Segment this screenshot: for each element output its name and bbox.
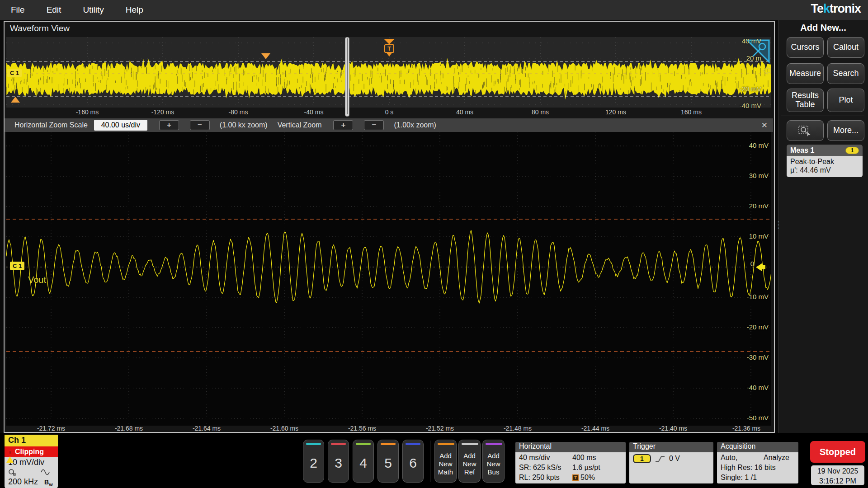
zoom-select-button[interactable]	[787, 120, 824, 141]
acquisition-title: Acquisition	[717, 442, 798, 452]
add-results-table-button[interactable]: Results Table	[787, 89, 824, 112]
h-zoom-minus-button[interactable]: −	[190, 120, 210, 130]
main-channel-badge[interactable]: C 1	[10, 262, 24, 270]
add-new-ref-button[interactable]: Add New Ref	[458, 440, 481, 483]
time: 3:16:12 PM	[811, 476, 864, 486]
main-time-label: -21.72 ms	[31, 425, 71, 432]
channel-5-button[interactable]: 5	[377, 440, 399, 483]
v-zoom-minus-button[interactable]: −	[364, 120, 384, 130]
overview-time-label: -120 ms	[142, 108, 183, 116]
channel-2-stripe	[306, 443, 321, 445]
acq-single: Single: 1 /1	[721, 473, 795, 483]
add-cursors-button[interactable]: Cursors	[787, 37, 824, 58]
main-time-label: -21.52 ms	[420, 425, 460, 432]
more-button[interactable]: More...	[827, 120, 864, 141]
main-time-label: -21.40 ms	[653, 425, 693, 432]
add-new-header: Add New...	[778, 23, 868, 33]
acq-resolution: High Res: 16 bits	[721, 463, 795, 473]
h-scale: 40 ms/div	[519, 454, 572, 462]
overview-time-label: -80 ms	[218, 108, 259, 116]
horizontal-panel[interactable]: Horizontal 40 ms/div400 ms SR: 625 kS/s1…	[515, 442, 626, 483]
main-time-label: -21.56 ms	[342, 425, 382, 432]
button-group-divider	[430, 441, 430, 482]
meas1-type: Peak-to-Peak	[790, 157, 859, 166]
overview-v-label: 40 mV	[723, 37, 761, 45]
h-trigger-position: 50%	[580, 474, 595, 482]
trigger-title: Trigger	[629, 442, 713, 452]
warning-icon: !	[6, 449, 14, 455]
run-stop-button[interactable]: Stopped	[810, 441, 865, 463]
h-zoom-factor: (1.00 kx zoom)	[220, 121, 268, 129]
channel1-badge[interactable]: Ch 1 ! Clipping 10 mV/div 200 kHz BW	[5, 435, 58, 488]
acq-analyze: Analyze	[764, 454, 789, 462]
ref-stripe	[462, 443, 478, 445]
tektronix-logo: Tektronix	[811, 2, 861, 16]
h-zoom-scale-value[interactable]: 40.00 us/div	[94, 120, 147, 131]
h-zoom-scale-label: Horizontal Zoom Scale	[14, 121, 88, 129]
menu-utility[interactable]: Utility	[72, 5, 114, 15]
channel1-bandwidth: 200 kHz	[8, 477, 38, 487]
channel-level-arrow-icon[interactable]	[756, 263, 766, 271]
channel-2-button[interactable]: 2	[303, 440, 324, 483]
probe-icon	[8, 469, 16, 476]
main-time-label: -21.48 ms	[497, 425, 538, 432]
date: 19 Nov 2025	[811, 466, 864, 476]
main-plot[interactable]	[6, 132, 771, 426]
overview-channel-badge[interactable]: C 1	[7, 69, 22, 77]
trigger-panel[interactable]: Trigger 1 0 V	[629, 442, 713, 483]
meas1-source-pill: 1	[845, 147, 859, 154]
record-start-marker[interactable]	[11, 97, 20, 103]
rising-edge-icon	[655, 455, 665, 463]
add-new-math-button[interactable]: Add New Math	[434, 440, 457, 483]
zoom-select-icon	[798, 125, 812, 136]
trigger-position-marker[interactable]: T	[382, 39, 396, 56]
meas1-body: Peak-to-Peak µ': 44.46 mV	[787, 156, 863, 177]
bandwidth-limit-icon: BW	[44, 479, 53, 487]
overview-v-label: -20 mV	[723, 85, 761, 93]
meas1-badge[interactable]: Meas 1 1 Peak-to-Peak µ': 44.46 mV	[787, 145, 863, 177]
trigger-flag-letter: T	[384, 44, 394, 53]
main-v-label: -50 mV	[731, 414, 769, 422]
main-v-label: 20 mV	[731, 202, 769, 210]
trigger-flag-tail	[387, 53, 392, 56]
overview-v-label: 20 m	[723, 54, 761, 62]
channel-4-button[interactable]: 4	[353, 440, 374, 483]
trigger-flag-triangle	[384, 39, 395, 44]
horizontal-title: Horizontal	[515, 442, 626, 452]
add-plot-button[interactable]: Plot	[827, 89, 864, 112]
channel-6-button[interactable]: 6	[402, 440, 424, 483]
add-measure-button[interactable]: Measure	[787, 63, 824, 84]
v-zoom-plus-button[interactable]: +	[333, 120, 353, 130]
overview-zero-arrow-icon[interactable]	[763, 67, 771, 75]
h-record-length: RL: 250 kpts	[519, 474, 572, 482]
h-zoom-plus-button[interactable]: +	[159, 120, 179, 130]
main-v-label: -40 mV	[731, 384, 769, 391]
trigger-source-badge: 1	[633, 454, 651, 463]
add-search-button[interactable]: Search	[827, 63, 864, 84]
datetime-display[interactable]: 19 Nov 2025 3:16:12 PM	[811, 465, 864, 485]
channel-6-stripe	[406, 443, 420, 445]
channel-3-button[interactable]: 3	[328, 440, 349, 483]
menu-file[interactable]: File	[0, 5, 36, 15]
expansion-point-marker[interactable]	[261, 53, 270, 59]
h-sample-rate: SR: 625 kS/s	[519, 464, 572, 472]
menu-help[interactable]: Help	[115, 5, 154, 15]
zoom-close-icon[interactable]: ✕	[761, 121, 768, 130]
acquisition-panel[interactable]: Acquisition Auto,Analyze High Res: 16 bi…	[717, 442, 798, 483]
zoom-window-slider[interactable]	[345, 37, 349, 117]
channel1-clipping-banner: ! Clipping	[5, 446, 58, 457]
trigger-position-icon: T	[572, 474, 579, 481]
h-window: 400 ms	[572, 454, 596, 462]
add-new-bus-button[interactable]: Add New Bus	[482, 440, 505, 483]
main-v-label: 40 mV	[731, 141, 769, 149]
main-v-label: -30 mV	[731, 353, 769, 361]
coupling-sine-icon	[41, 469, 50, 475]
channel1-title: Ch 1	[5, 435, 58, 446]
menu-edit[interactable]: Edit	[36, 5, 72, 15]
main-time-label: -21.36 ms	[726, 425, 767, 432]
meas1-title: Meas 1	[790, 146, 845, 155]
main-v-label: 10 mV	[731, 232, 769, 240]
add-callout-button[interactable]: Callout	[827, 37, 864, 58]
main-v-label: -20 mV	[731, 323, 769, 331]
main-time-label: -21.44 ms	[575, 425, 616, 432]
